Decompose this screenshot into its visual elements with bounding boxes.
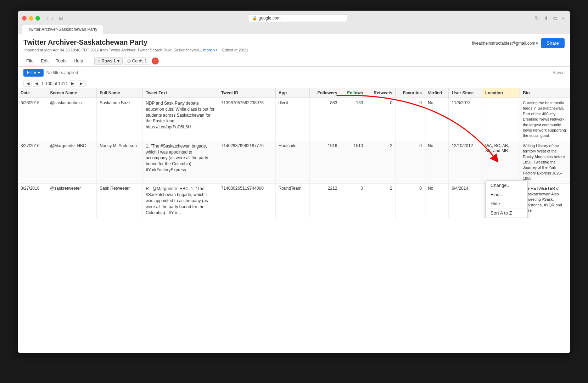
col-header-location[interactable]: Location xyxy=(482,88,520,98)
address-bar[interactable]: 🔒 google.com xyxy=(248,14,347,22)
subtitle-text: Imported at Mon Apr 04 20:19:40 PDT 2016… xyxy=(23,48,248,52)
cards-tab[interactable]: ⊞ Cards 1 xyxy=(124,57,150,65)
table-header-row: Date Screen Name Full Name Tweet Text Tw… xyxy=(18,88,570,98)
cards-icon: ⊞ xyxy=(127,59,131,63)
col-header-verified[interactable]: Verfied xyxy=(425,88,449,98)
sidebar-toggle-button[interactable]: ⊞ xyxy=(57,15,65,21)
col-header-followers[interactable]: Followers xyxy=(310,88,340,98)
import-info: Imported at Mon Apr 04 20:19:40 PDT 2016… xyxy=(23,48,202,52)
menu-file[interactable]: File xyxy=(23,57,37,65)
menu-bar: File Edit Tools Help ≡ Rows 1 ▾ ⊞ Cards … xyxy=(18,55,570,67)
share-button[interactable]: Share xyxy=(541,38,565,48)
col-header-full-name[interactable]: Full Name xyxy=(97,88,143,98)
add-tab-button[interactable]: + xyxy=(560,15,566,21)
rows-tab[interactable]: ≡ Rows 1 ▾ xyxy=(94,57,122,65)
app-header: Twitter Archiver-Saskatchewan Party Impo… xyxy=(18,34,570,55)
forward-button[interactable]: › xyxy=(50,15,55,21)
filter-label: Filter xyxy=(27,70,37,75)
saved-status: Saved xyxy=(553,70,565,75)
first-page-button[interactable]: |◀ xyxy=(23,81,32,87)
share-window-button[interactable]: ⬆ xyxy=(543,15,550,21)
col-header-app[interactable]: App xyxy=(275,88,310,98)
data-table-wrap: Date Screen Name Full Name Tweet Text Tw… xyxy=(18,88,570,218)
menu-edit[interactable]: Edit xyxy=(38,57,51,65)
lock-icon: 🔒 xyxy=(252,16,257,21)
menu-help[interactable]: Help xyxy=(71,57,86,65)
col-header-bio[interactable]: Bio xyxy=(520,88,570,98)
col-header-screen-name[interactable]: Screen Name xyxy=(47,88,97,98)
back-button[interactable]: ‹ xyxy=(45,15,50,21)
filter-bar: Filter ▾ No filters applied Saved xyxy=(18,67,570,79)
url-text: google.com xyxy=(259,16,281,21)
minimize-btn[interactable] xyxy=(29,16,33,21)
prev-page-button[interactable]: ◀ xyxy=(33,81,40,87)
col-header-follows[interactable]: Follows xyxy=(340,88,366,98)
context-menu-sort-za[interactable]: Sort Z to A xyxy=(486,218,527,218)
table-row: 3/27/2016@Marguerite_HBCNancy M. Anderso… xyxy=(18,141,570,184)
menu-tools[interactable]: Tools xyxy=(53,57,69,65)
context-menu: Change... Find... Hide Sort A to Z Sort … xyxy=(485,181,528,218)
next-page-button[interactable]: ▶ xyxy=(69,81,76,87)
close-btn[interactable] xyxy=(22,16,27,21)
page-range: 1-100 of 1414 xyxy=(41,81,68,86)
context-menu-sort-az[interactable]: Sort A to Z xyxy=(486,209,527,218)
rows-icon: ≡ xyxy=(97,59,100,63)
add-view-button[interactable]: + xyxy=(152,57,159,65)
user-email: fiveacheinstructables@gmail.com ▾ xyxy=(472,41,538,46)
edited-text: Edited at 20:21 xyxy=(222,48,248,52)
col-header-user-since[interactable]: User Since xyxy=(449,88,482,98)
context-menu-hide[interactable]: Hide xyxy=(486,199,527,209)
last-page-button[interactable]: ▶| xyxy=(78,81,86,87)
page-title: Twitter Archiver-Saskatchewan Party xyxy=(23,38,248,46)
traffic-lights[interactable] xyxy=(22,16,40,21)
more-link[interactable]: more >> xyxy=(203,48,218,52)
reload-button[interactable]: ↻ xyxy=(533,15,541,21)
col-header-favorites[interactable]: Favorites xyxy=(395,88,425,98)
new-tab-icon[interactable]: ⧉ xyxy=(552,15,558,21)
col-header-tweet-text[interactable]: Tweet Text xyxy=(143,88,218,98)
table-row: 3/26/2016@saskatoonbuzzSaskatoon BuzzNDP… xyxy=(18,98,570,141)
chevron-down-icon[interactable]: ▾ xyxy=(536,41,538,46)
active-tab[interactable]: Twitter Archiver-Saskatchewan Party xyxy=(22,25,103,34)
pagination-bar: |◀ ◀ 1-100 of 1414 ▶ ▶| xyxy=(18,79,570,88)
context-menu-change[interactable]: Change... xyxy=(486,181,527,190)
no-filters-label: No filters applied xyxy=(46,70,78,75)
col-header-tweet-id[interactable]: Tweet ID xyxy=(218,88,275,98)
context-menu-find[interactable]: Find... xyxy=(486,190,527,199)
filter-dropdown-icon: ▾ xyxy=(38,70,40,75)
filter-button[interactable]: Filter ▾ xyxy=(23,69,44,77)
col-header-date[interactable]: Date xyxy=(18,88,47,98)
maximize-btn[interactable] xyxy=(35,16,40,21)
rows-dropdown-icon[interactable]: ▾ xyxy=(117,59,119,63)
col-header-retweets[interactable]: Retweets xyxy=(366,88,396,98)
